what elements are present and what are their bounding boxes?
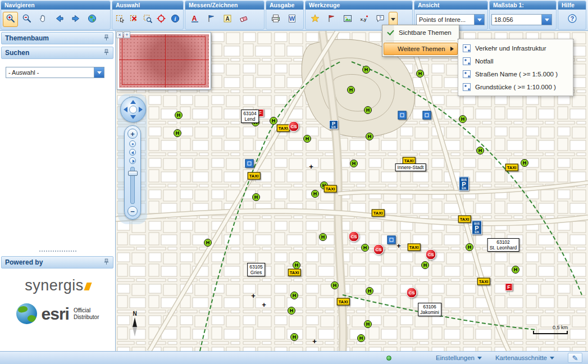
map-marker-sq[interactable]: [398, 111, 407, 120]
info-button[interactable]: i: [169, 12, 181, 27]
settings-menu[interactable]: Einstellungen: [436, 354, 482, 362]
map-marker-taxi[interactable]: TAXI: [288, 269, 301, 276]
map-marker-h[interactable]: H: [459, 115, 467, 123]
map-marker-cross[interactable]: +: [396, 243, 401, 249]
map-marker-label[interactable]: Innere-Stadt: [395, 163, 426, 171]
search-selection-dropdown[interactable]: - Auswahl -: [6, 67, 104, 78]
map-marker-cs[interactable]: CS: [349, 231, 359, 242]
zoom-out-control-button[interactable]: −: [127, 206, 138, 216]
full-extent-button[interactable]: [84, 12, 99, 27]
map-marker-cross[interactable]: +: [262, 302, 266, 308]
image-button[interactable]: [340, 12, 355, 27]
coordinates-button[interactable]: x,y: [356, 12, 371, 27]
pin-icon[interactable]: [103, 49, 110, 57]
zoom-to-selection-button[interactable]: [142, 12, 154, 27]
zoom-slider[interactable]: [130, 167, 135, 204]
submenu-item-verkehr[interactable]: Verkehr und Infrastruktur: [459, 42, 572, 54]
map-marker-h[interactable]: H: [512, 266, 519, 274]
map-marker-cross[interactable]: +: [312, 339, 317, 344]
pan-south-icon[interactable]: [130, 115, 136, 119]
edit-redlining-button[interactable]: ✎: [568, 353, 582, 363]
map-marker-taxi[interactable]: TAXI: [477, 278, 490, 285]
refresh-indicator[interactable]: [386, 356, 391, 361]
zoom-dot-button[interactable]: [129, 140, 136, 147]
scale-combobox[interactable]: 18.056: [491, 14, 552, 25]
map-marker-h[interactable]: H: [350, 160, 358, 167]
map-marker-taxi[interactable]: TAXI: [248, 172, 261, 180]
sidebar-panel-powered-by[interactable]: Powered by: [1, 256, 113, 269]
map-marker-h[interactable]: H: [364, 320, 372, 328]
map-marker-pbus[interactable]: BUSPE/A: [459, 177, 469, 191]
overview-close-button[interactable]: ×: [116, 31, 123, 38]
pan-west-icon[interactable]: [124, 107, 127, 112]
scale-value[interactable]: 18.056: [492, 16, 541, 23]
next-view-button[interactable]: [68, 12, 83, 27]
overview-map[interactable]: [117, 33, 211, 89]
poi-select[interactable]: Points of Intere...: [416, 14, 485, 25]
map-marker-taxi[interactable]: TAXI: [277, 125, 290, 132]
map-marker-h[interactable]: H: [270, 117, 277, 125]
map-marker-sq[interactable]: [245, 160, 254, 168]
dropdown-arrow-icon[interactable]: [94, 67, 104, 78]
map-marker-h[interactable]: H: [290, 292, 298, 299]
dropdown-arrow-icon[interactable]: [541, 15, 551, 25]
map-marker-h[interactable]: H: [476, 147, 484, 154]
map-marker-h[interactable]: H: [361, 244, 369, 252]
overview-move-button[interactable]: +: [124, 31, 130, 38]
map-marker-h[interactable]: H: [303, 135, 311, 143]
map-marker-taxi[interactable]: TAXI: [505, 164, 518, 171]
map-marker-h[interactable]: H: [174, 129, 181, 137]
favorites-button[interactable]: [307, 12, 322, 27]
map-marker-h[interactable]: H: [421, 261, 429, 269]
map-marker-h[interactable]: H: [366, 287, 373, 295]
map-marker-label[interactable]: 63105Gries: [247, 263, 265, 276]
pan-center-button[interactable]: [129, 106, 137, 113]
print-button[interactable]: [268, 12, 283, 27]
word-export-button[interactable]: W: [284, 12, 299, 27]
flag-button[interactable]: [203, 12, 218, 27]
map-marker-h[interactable]: H: [521, 159, 528, 167]
sidebar-panel-suchen[interactable]: Suchen: [1, 47, 113, 59]
map-marker-taxi[interactable]: TAXI: [408, 244, 421, 251]
pan-north-icon[interactable]: [130, 100, 136, 104]
zoom-in-control-button[interactable]: +: [127, 129, 138, 139]
map-marker-h[interactable]: H: [311, 190, 319, 198]
clear-selection-button[interactable]: [127, 12, 140, 27]
previous-view-button[interactable]: [52, 12, 67, 27]
eraser-button[interactable]: [236, 12, 251, 27]
zoom-back-button[interactable]: [129, 149, 136, 156]
map-marker-pbus[interactable]: BUSPE/A: [472, 221, 482, 235]
map-marker-f[interactable]: F: [505, 283, 513, 291]
menu-item-sichtbare-themen[interactable]: Sichtbare Themen: [384, 26, 458, 39]
redline-flag-button[interactable]: [323, 12, 339, 27]
zoom-slider-handle[interactable]: [128, 171, 138, 176]
map-marker-h[interactable]: H: [366, 133, 373, 140]
map-marker-sq[interactable]: [388, 236, 396, 244]
map-marker-h[interactable]: H: [204, 239, 212, 247]
map-marker-label[interactable]: 63102St. Leonhard: [487, 238, 519, 252]
menu-item-weitere-themen[interactable]: Weitere Themen: [384, 43, 458, 55]
submenu-item-notfall[interactable]: Notfall: [459, 54, 572, 67]
map-marker-h[interactable]: H: [364, 106, 372, 114]
map-marker-h[interactable]: H: [416, 70, 424, 78]
map-marker-cs[interactable]: CS: [289, 121, 299, 132]
map-marker-cs[interactable]: CS: [373, 244, 384, 255]
map-marker-p[interactable]: PE/A: [329, 120, 338, 129]
dropdown-arrow-icon[interactable]: [474, 15, 484, 25]
submenu-item-strassen-name[interactable]: Straßen Name ( >= 1:5.000 ): [459, 67, 572, 80]
map-marker-h[interactable]: H: [319, 233, 327, 241]
map-marker-cs[interactable]: CS: [426, 249, 436, 260]
map-marker-label[interactable]: 63106Jakomini: [418, 303, 441, 316]
pin-icon[interactable]: [103, 258, 110, 267]
sidebar-resize-grip[interactable]: [39, 251, 76, 252]
map-marker-h[interactable]: H: [175, 111, 183, 119]
map-marker-sq[interactable]: [423, 111, 431, 120]
map-marker-h[interactable]: H: [288, 307, 295, 315]
map-marker-cs[interactable]: CS: [407, 288, 417, 298]
submenu-item-grundstuecke[interactable]: Grundstücke ( >= 1:10.000 ): [459, 80, 572, 93]
help-button[interactable]: ?: [564, 12, 580, 27]
map-marker-h[interactable]: H: [290, 333, 298, 341]
map-marker-taxi[interactable]: TAXI: [458, 216, 471, 223]
map-marker-cross[interactable]: +: [309, 164, 313, 170]
overview-extent-box[interactable]: [122, 37, 206, 85]
